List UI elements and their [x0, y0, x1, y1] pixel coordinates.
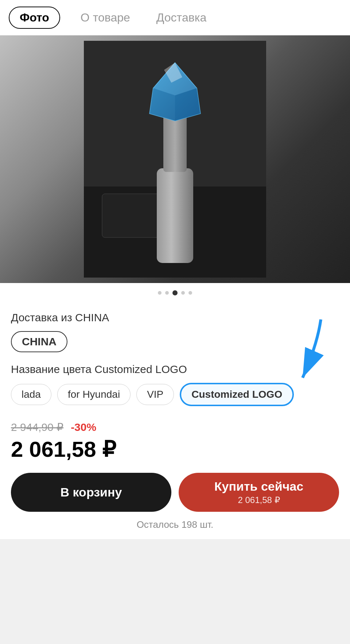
dot-4[interactable]: [181, 291, 185, 295]
product-image-section: [0, 35, 350, 283]
add-to-cart-button[interactable]: В корзину: [11, 473, 171, 512]
stock-label: Осталось 198 шт.: [11, 519, 339, 530]
product-image: [0, 35, 350, 283]
tab-bar: Фото О товаре Доставка: [0, 0, 350, 35]
buy-now-price: 2 061,58 ₽: [238, 495, 280, 505]
dot-1[interactable]: [158, 291, 162, 295]
dot-5[interactable]: [188, 291, 192, 295]
original-price: 2 944,90 ₽: [11, 421, 63, 433]
svg-rect-4: [163, 114, 187, 172]
tab-about[interactable]: О товаре: [75, 7, 136, 28]
svg-rect-3: [157, 168, 193, 263]
variant-vip[interactable]: VIP: [136, 384, 174, 405]
buy-now-button[interactable]: Купить сейчас 2 061,58 ₽: [179, 473, 339, 512]
price-section: 2 944,90 ₽ -30% 2 061,58 ₽: [11, 421, 339, 462]
variant-hyundai[interactable]: for Hyundai: [57, 384, 131, 405]
buy-now-label: Купить сейчас: [214, 479, 303, 494]
original-price-row: 2 944,90 ₽ -30%: [11, 421, 339, 433]
tab-photo[interactable]: Фото: [9, 7, 60, 29]
dot-3[interactable]: [172, 290, 178, 295]
page-container: Фото О товаре Доставка: [0, 0, 350, 539]
annotation-wrapper: Название цвета Customized LOGO lada for …: [11, 363, 339, 410]
content-section: Доставка из CHINA CHINA Название цвета C…: [0, 303, 350, 539]
current-price: 2 061,58 ₽: [11, 436, 339, 462]
annotation-arrow: [270, 316, 328, 390]
tab-delivery[interactable]: Доставка: [151, 7, 212, 28]
country-badge: CHINA: [11, 331, 67, 352]
dot-2[interactable]: [165, 291, 169, 295]
variant-lada[interactable]: lada: [11, 384, 51, 405]
image-dots: [0, 283, 350, 303]
buttons-row: В корзину Купить сейчас 2 061,58 ₽: [11, 473, 339, 512]
discount-badge: -30%: [71, 421, 96, 433]
